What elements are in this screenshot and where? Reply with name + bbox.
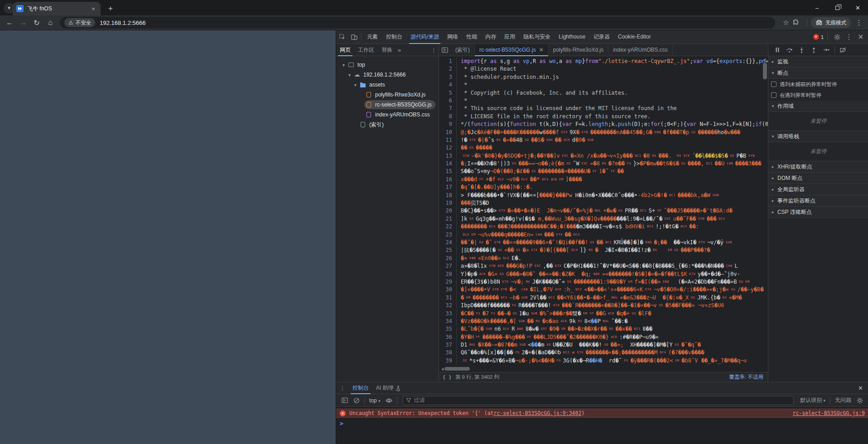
console-context-selector[interactable]: top ▾ [366,397,383,404]
line-number[interactable]: 21 [439,215,456,223]
devtools-tab[interactable]: 应用 [500,30,519,44]
more-tabs-icon[interactable]: » [396,47,403,53]
line-number[interactable]: 1 [439,58,456,65]
line-number[interactable]: 32 [439,302,456,309]
debugger-section-header[interactable]: ▸事件监听器断点 [768,195,868,207]
editor-tab[interactable]: polyfills-Rhxe3oXd.js [549,44,608,56]
line-number[interactable]: 39 [439,357,456,365]
devtools-tab[interactable]: 源代码/来源 [406,30,443,44]
line-number[interactable]: 14 [439,160,456,168]
code-line[interactable]: 20B�C}��•s��> ETX �«��•�«�)E J�n¬v��/˜�»… [439,207,768,215]
code-line[interactable]: 39 SI *s+���»&Y�6»B�¬u�·;�%<��H� FS 3G(�… [439,357,768,365]
debugger-section-header[interactable]: ▾调用堆栈 [768,131,868,142]
code-line[interactable]: 35�Lˆb�{� SUB n6 DLE R NAK 8�w� EOT �9� … [439,325,768,333]
devtools-tab[interactable]: 记录器 [589,30,614,44]
line-number[interactable]: 8 [439,113,456,121]
devtools-tab[interactable]: 内存 [481,30,500,44]
devtools-tab[interactable]: 性能 [462,30,481,44]
line-number[interactable]: 17 [439,183,456,191]
editor-tab[interactable]: (索引) [451,44,475,56]
code-line[interactable]: 31� EM �������� DC1 —b� SUB 2Vl�� DC2 ��… [439,294,768,302]
inspect-element-icon[interactable] [336,34,348,40]
line-number[interactable]: 22 [439,223,456,231]
devtools-tab[interactable]: Lighthouse [555,30,589,44]
editor-tab[interactable]: rc-select-B53SQcGG.js✕ [475,44,549,56]
address-bar[interactable]: ⚠ 不安全 192.168.1.2:5666 [60,17,775,29]
code-line[interactable]: 34�Vz���O�k�����,�[ SUB �� RS �o�ao ACK … [439,318,768,325]
code-line[interactable]: 12�� GS ����� [439,144,768,152]
line-number[interactable]: 37 [439,341,456,349]
debugger-section-header[interactable]: ▸CSP 违规断点 [768,207,868,218]
coverage-link[interactable]: 覆盖率: 不适用 [729,374,768,381]
code-line[interactable]: 18> F����b���•�`!VX�(��¤¤[����}���Pw H�i… [439,192,768,199]
bookmark-star-icon[interactable]: ☆ [780,19,792,27]
home-button-icon[interactable]: ⌂ [43,19,57,27]
line-number[interactable]: 10 [439,129,456,136]
forward-button-icon[interactable]: → [16,19,30,27]
line-number[interactable]: 19 [439,199,456,207]
code-line[interactable]: 19���贝TS�D [439,199,768,207]
code-line[interactable]: 11!� STX �|�ˆs RS �=��4B SO ��S� SOH �� … [439,136,768,144]
live-expression-eye-icon[interactable] [383,398,395,403]
issues-counter[interactable]: 无问题 [832,396,854,404]
devtools-menu-icon[interactable]: ⋮ [843,33,855,41]
navigator-menu-icon[interactable]: ⋮ [429,47,439,53]
navigator-tab[interactable]: 网页 [336,44,354,56]
code-line[interactable]: 29ER��{3$�)b8N ETX ¬v�; RS J�K���Q�˜« GS… [439,278,768,286]
code-line[interactable]: 38Q6˜��o�%[x]��|�� FS 2�+�(�aD��©b DC2 «… [439,349,768,357]
tree-expander-icon[interactable]: ▾ [341,63,347,68]
code-line[interactable]: 30�]«����•V SYN ETB �< CAN �IL‚�?V ACK :… [439,286,768,294]
line-number[interactable]: 3 [439,73,456,81]
browser-tab[interactable]: 飞牛 fnOS × [13,2,101,15]
tree-expander-icon[interactable]: ▾ [347,72,352,77]
error-location-link[interactable]: rc-select-B53SQcGG.js:9:3402 [494,410,582,416]
code-line[interactable]: 8 * LICENSE file in the root directory o… [439,113,768,121]
line-number[interactable]: 16 [439,176,456,183]
tab-close-icon[interactable]: × [90,5,97,12]
debugger-section-header[interactable]: ▸全局监听器 [768,184,868,195]
tree-expander-icon[interactable]: ▾ [352,82,358,87]
line-number[interactable]: 15 [439,168,456,175]
line-number[interactable]: 26 [439,255,456,262]
line-number[interactable]: 5 [439,89,456,97]
line-number[interactable]: 12 [439,144,456,152]
devtools-tab[interactable]: Cookie-Editor [614,30,655,44]
code-line[interactable]: 32IbpD����f������ FS R����T���! ETX ���´… [439,302,768,309]
code-line[interactable]: 33�C�� FS �7 FS ��—� US 1�u SUB �%˜>���r… [439,310,768,318]
tab-console[interactable]: 控制台 [349,382,372,394]
line-number[interactable]: 30 [439,286,456,294]
editor-tab-close-icon[interactable]: ✕ [539,44,544,56]
tree-item[interactable]: ▾top [336,60,439,70]
code-line[interactable]: 37D1 NUL �X��—«�8?��m SUB <���m SO U��Z�… [439,341,768,349]
browser-menu-icon[interactable]: ⋮ [853,19,865,27]
drawer-close-icon[interactable]: ✕ [853,385,868,391]
devtools-tab[interactable]: 网络 [443,30,462,44]
code-line[interactable]: 24��˜�| GS �˜ ETB ��¤¤�����9��6«�˜!�Qi��… [439,239,768,246]
deactivate-breakpoints-icon[interactable] [837,47,849,53]
code-line[interactable]: 7 * This source code is licensed under t… [439,105,768,112]
drawer-menu-icon[interactable]: ⋮ [336,385,349,391]
line-number[interactable]: 34 [439,318,456,325]
debugger-section-header[interactable]: ▸XHR/提取断点 [768,161,868,173]
step-icon[interactable] [820,47,832,53]
editor-vertical-scrollbar[interactable]: ▲ [763,57,767,111]
devtools-tab[interactable]: 控制台 [382,30,406,44]
code-line[interactable]: 17�q˜�[�.��U]y���]h�::�. [439,183,768,191]
line-number[interactable]: 28 [439,270,456,278]
code-line[interactable]: 14�;I¤¤��Xh�8'|)3 GS ���==¬o��;è{�m SO ˜… [439,160,768,168]
window-restore-button[interactable] [827,0,848,15]
step-into-icon[interactable] [796,47,808,53]
page-content[interactable] [0,30,336,444]
code-line[interactable]: 1import{r as s,g as vp,R as wo,a as mp}f… [439,58,768,65]
tree-item[interactable]: ▾assets [336,80,439,90]
code-line[interactable]: 22�������� DC4 ���3�����������C��;�(����… [439,223,768,231]
line-number[interactable]: 29 [439,278,456,286]
tab-ai-assistant[interactable]: AI 助理 [372,382,404,394]
log-levels-selector[interactable]: 默认级别 ▾ [797,396,828,404]
extensions-icon[interactable] [792,19,805,26]
pause-script-icon[interactable] [771,47,783,53]
code-line[interactable]: 23 DLE EM ¬u%v����q�����En= CAN ��� ETX … [439,231,768,239]
code-line[interactable]: 6 * [439,97,768,105]
code-line[interactable]: 27a»�8�l1x SYN ACK ���G�p!P ESC ,�� ETX … [439,262,768,270]
devtools-tab[interactable]: 隐私与安全 [519,30,555,44]
